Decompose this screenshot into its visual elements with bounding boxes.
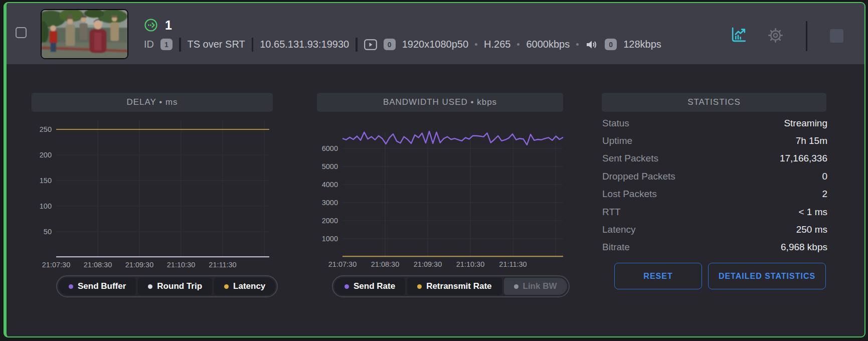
- legend-label: Send Rate: [354, 281, 395, 291]
- video-format-label: 1920x1080p50: [402, 39, 468, 50]
- stream-title-row: 1: [144, 18, 172, 33]
- legend-item-send-buffer[interactable]: Send Buffer: [59, 278, 136, 295]
- video-bitrate-label: 6000kbps: [526, 39, 570, 50]
- id-badge: 1: [160, 39, 172, 50]
- svg-text:21:07:30: 21:07:30: [42, 261, 70, 269]
- stat-row-lost-packets: Lost Packets2: [602, 186, 827, 203]
- stream-card: 1 ID 1 TS over SRT 10.65.131.93:19930 0 …: [4, 2, 865, 337]
- stream-details-row: ID 1 TS over SRT 10.65.131.93:19930 0 19…: [144, 37, 661, 52]
- stat-value: < 1 ms: [798, 207, 827, 218]
- header-divider: [806, 21, 807, 51]
- protocol-label: TS over SRT: [188, 39, 245, 50]
- stat-label: Dropped Packets: [602, 171, 675, 182]
- dot-separator: [517, 43, 519, 46]
- statistics-table: StatusStreamingUptime7h 15mSent Packets1…: [602, 114, 827, 256]
- stat-row-rtt: RTT< 1 ms: [602, 203, 827, 221]
- stat-label: Lost Packets: [602, 189, 657, 200]
- stat-value: 250 ms: [796, 224, 827, 235]
- svg-text:150: 150: [40, 177, 52, 185]
- stat-row-sent-packets: Sent Packets17,166,336: [602, 150, 827, 167]
- stream-monitor-page: 1 ID 1 TS over SRT 10.65.131.93:19930 0 …: [0, 0, 868, 341]
- svg-text:1000: 1000: [322, 235, 338, 243]
- stop-button[interactable]: [830, 29, 843, 43]
- divider: [179, 38, 181, 52]
- svg-text:21:09:30: 21:09:30: [414, 260, 442, 268]
- stream-select-checkbox[interactable]: [16, 27, 27, 38]
- legend-item-latency[interactable]: Latency: [214, 278, 275, 295]
- reset-button[interactable]: RESET: [614, 263, 702, 289]
- chart-icon: [730, 26, 748, 44]
- delay-chart-legend: Send BufferRound TripLatency: [56, 275, 278, 297]
- legend-dot: [69, 284, 73, 289]
- settings-button[interactable]: [766, 26, 785, 47]
- bandwidth-chart: 10002000300040005000600021:07:3021:08:30…: [317, 114, 568, 272]
- dot-separator: [576, 43, 579, 46]
- legend-item-send-rate[interactable]: Send Rate: [334, 278, 405, 295]
- dot-separator: [475, 43, 477, 46]
- stream-thumbnail[interactable]: [41, 9, 128, 59]
- legend-label: Latency: [233, 281, 265, 291]
- stat-row-dropped-packets: Dropped Packets0: [602, 167, 827, 185]
- statistics-buttons: RESET DETAILED STATISTICS: [614, 263, 826, 289]
- svg-text:21:11:30: 21:11:30: [209, 261, 236, 269]
- legend-dot: [344, 284, 349, 289]
- legend-dot: [417, 284, 422, 289]
- legend-dot: [224, 284, 229, 289]
- address-label: 10.65.131.93:19930: [260, 39, 349, 50]
- stream-header: 1 ID 1 TS over SRT 10.65.131.93:19930 0 …: [7, 3, 864, 64]
- stat-value: 2: [822, 189, 827, 200]
- audio-track-badge: 0: [605, 39, 617, 50]
- statistics-toggle-button[interactable]: [730, 26, 748, 46]
- legend-item-link-bw[interactable]: Link BW: [504, 278, 567, 295]
- bandwidth-chart-title: BANDWIDTH USED • kbps: [317, 93, 563, 112]
- legend-label: Round Trip: [157, 281, 202, 291]
- legend-dot: [514, 284, 518, 289]
- stat-label: Bitrate: [602, 242, 630, 253]
- svg-text:2000: 2000: [322, 217, 338, 225]
- legend-label: Retransmit Rate: [426, 281, 491, 291]
- video-codec-label: H.265: [484, 39, 510, 50]
- svg-text:6000: 6000: [322, 144, 338, 152]
- svg-text:4000: 4000: [322, 181, 338, 189]
- stat-value: Streaming: [784, 118, 827, 129]
- svg-text:21:10:30: 21:10:30: [167, 261, 195, 269]
- audio-icon: [585, 39, 598, 50]
- legend-dot: [148, 284, 152, 289]
- statistics-title: STATISTICS: [602, 93, 826, 112]
- divider: [356, 38, 358, 52]
- stat-value: 17,166,336: [780, 153, 827, 164]
- svg-text:21:07:30: 21:07:30: [328, 260, 357, 268]
- stat-label: Status: [602, 118, 629, 129]
- stat-value: 7h 15m: [796, 135, 827, 146]
- stat-value: 6,968 kbps: [781, 242, 827, 253]
- thumbnail-scene: [42, 10, 127, 58]
- svg-text:50: 50: [44, 228, 52, 236]
- id-label: ID: [144, 39, 154, 50]
- bandwidth-chart-legend: Send RateRetransmit RateLink BW: [332, 275, 570, 297]
- delay-chart-title: DELAY • ms: [32, 93, 273, 112]
- audio-bitrate-label: 128kbps: [623, 39, 661, 50]
- stat-label: Uptime: [602, 135, 632, 146]
- svg-text:21:08:30: 21:08:30: [371, 260, 399, 268]
- svg-text:21:10:30: 21:10:30: [456, 260, 484, 268]
- svg-text:5000: 5000: [322, 162, 338, 170]
- stat-label: Latency: [602, 224, 636, 235]
- legend-item-retransmit-rate[interactable]: Retransmit Rate: [407, 278, 501, 295]
- svg-text:250: 250: [40, 125, 52, 133]
- stream-status-icon: [144, 18, 158, 32]
- stat-label: RTT: [602, 207, 621, 218]
- gear-icon: [766, 26, 785, 45]
- divider: [252, 38, 254, 52]
- svg-text:21:11:30: 21:11:30: [499, 260, 527, 268]
- legend-item-round-trip[interactable]: Round Trip: [138, 278, 212, 295]
- detailed-statistics-button[interactable]: DETAILED STATISTICS: [708, 263, 826, 289]
- video-track-badge: 0: [384, 39, 396, 50]
- svg-text:21:08:30: 21:08:30: [84, 261, 112, 269]
- legend-label: Send Buffer: [78, 281, 126, 291]
- svg-text:100: 100: [40, 202, 52, 210]
- svg-text:200: 200: [40, 151, 52, 159]
- stream-number: 1: [165, 18, 172, 33]
- stat-row-status: StatusStreaming: [602, 114, 827, 132]
- delay-chart: 5010015020025021:07:3021:08:3021:09:3021…: [32, 114, 282, 272]
- video-icon: [364, 39, 377, 50]
